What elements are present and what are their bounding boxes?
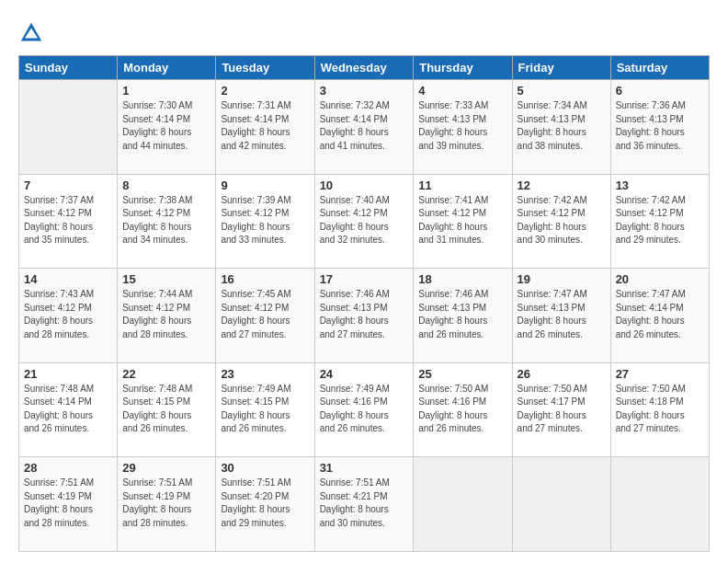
day-number: 26 xyxy=(518,367,606,381)
day-of-week-header: Wednesday xyxy=(314,56,414,80)
calendar-cell: 2Sunrise: 7:31 AM Sunset: 4:14 PM Daylig… xyxy=(216,80,314,175)
day-info: Sunrise: 7:46 AM Sunset: 4:13 PM Dayligh… xyxy=(418,288,506,341)
day-number: 13 xyxy=(616,178,704,192)
calendar-cell: 17Sunrise: 7:46 AM Sunset: 4:13 PM Dayli… xyxy=(314,269,414,363)
day-number: 5 xyxy=(518,84,606,98)
calendar-cell: 15Sunrise: 7:44 AM Sunset: 4:12 PM Dayli… xyxy=(118,269,216,363)
calendar-cell: 19Sunrise: 7:47 AM Sunset: 4:13 PM Dayli… xyxy=(512,269,610,363)
day-info: Sunrise: 7:43 AM Sunset: 4:12 PM Dayligh… xyxy=(24,288,112,341)
day-info: Sunrise: 7:31 AM Sunset: 4:14 PM Dayligh… xyxy=(221,99,309,153)
day-number: 12 xyxy=(518,178,606,192)
day-info: Sunrise: 7:51 AM Sunset: 4:20 PM Dayligh… xyxy=(221,477,309,530)
calendar-cell: 14Sunrise: 7:43 AM Sunset: 4:12 PM Dayli… xyxy=(19,269,118,363)
day-number: 1 xyxy=(122,84,210,98)
day-info: Sunrise: 7:38 AM Sunset: 4:12 PM Dayligh… xyxy=(122,194,210,247)
calendar-header-row: SundayMondayTuesdayWednesdayThursdayFrid… xyxy=(19,56,710,80)
generalblue-icon xyxy=(18,20,44,46)
day-of-week-header: Thursday xyxy=(414,56,512,80)
day-number: 7 xyxy=(24,178,112,192)
logo xyxy=(18,20,46,46)
day-number: 31 xyxy=(320,461,409,475)
day-info: Sunrise: 7:37 AM Sunset: 4:12 PM Dayligh… xyxy=(24,194,112,247)
day-number: 19 xyxy=(518,272,606,286)
calendar-cell: 20Sunrise: 7:47 AM Sunset: 4:14 PM Dayli… xyxy=(610,269,709,363)
page: SundayMondayTuesdayWednesdayThursdayFrid… xyxy=(0,0,728,563)
calendar-cell: 26Sunrise: 7:50 AM Sunset: 4:17 PM Dayli… xyxy=(512,362,610,457)
day-info: Sunrise: 7:48 AM Sunset: 4:14 PM Dayligh… xyxy=(24,383,112,436)
day-of-week-header: Monday xyxy=(118,56,216,80)
day-number: 23 xyxy=(221,367,309,381)
calendar-cell: 7Sunrise: 7:37 AM Sunset: 4:12 PM Daylig… xyxy=(19,174,118,269)
day-number: 6 xyxy=(616,84,704,98)
day-number: 18 xyxy=(418,272,506,286)
day-number: 8 xyxy=(122,178,210,192)
calendar-cell: 4Sunrise: 7:33 AM Sunset: 4:13 PM Daylig… xyxy=(414,80,512,175)
day-info: Sunrise: 7:32 AM Sunset: 4:14 PM Dayligh… xyxy=(320,99,409,153)
calendar-cell xyxy=(610,457,709,552)
calendar-cell: 30Sunrise: 7:51 AM Sunset: 4:20 PM Dayli… xyxy=(216,457,314,552)
day-number: 2 xyxy=(221,84,309,98)
day-info: Sunrise: 7:47 AM Sunset: 4:13 PM Dayligh… xyxy=(518,288,606,341)
day-info: Sunrise: 7:42 AM Sunset: 4:12 PM Dayligh… xyxy=(616,194,704,247)
day-info: Sunrise: 7:50 AM Sunset: 4:16 PM Dayligh… xyxy=(418,383,506,436)
calendar-week-row: 1Sunrise: 7:30 AM Sunset: 4:14 PM Daylig… xyxy=(19,80,710,175)
day-number: 3 xyxy=(320,84,409,98)
day-info: Sunrise: 7:46 AM Sunset: 4:13 PM Dayligh… xyxy=(320,288,409,341)
day-info: Sunrise: 7:49 AM Sunset: 4:16 PM Dayligh… xyxy=(320,383,409,436)
calendar-cell: 22Sunrise: 7:48 AM Sunset: 4:15 PM Dayli… xyxy=(118,362,216,457)
day-info: Sunrise: 7:51 AM Sunset: 4:19 PM Dayligh… xyxy=(122,477,210,530)
day-number: 29 xyxy=(122,461,210,475)
calendar-week-row: 28Sunrise: 7:51 AM Sunset: 4:19 PM Dayli… xyxy=(19,457,710,552)
calendar-cell: 12Sunrise: 7:42 AM Sunset: 4:12 PM Dayli… xyxy=(512,174,610,269)
day-info: Sunrise: 7:39 AM Sunset: 4:12 PM Dayligh… xyxy=(221,194,309,247)
calendar-cell: 23Sunrise: 7:49 AM Sunset: 4:15 PM Dayli… xyxy=(216,362,314,457)
day-number: 28 xyxy=(24,461,112,475)
day-info: Sunrise: 7:40 AM Sunset: 4:12 PM Dayligh… xyxy=(320,194,409,247)
calendar-cell: 6Sunrise: 7:36 AM Sunset: 4:13 PM Daylig… xyxy=(610,80,709,175)
calendar-cell: 10Sunrise: 7:40 AM Sunset: 4:12 PM Dayli… xyxy=(314,174,414,269)
day-number: 10 xyxy=(320,178,409,192)
calendar-cell xyxy=(512,457,610,552)
day-number: 11 xyxy=(418,178,506,192)
day-number: 16 xyxy=(221,272,309,286)
day-info: Sunrise: 7:48 AM Sunset: 4:15 PM Dayligh… xyxy=(122,383,210,436)
day-number: 24 xyxy=(320,367,409,381)
calendar-cell: 28Sunrise: 7:51 AM Sunset: 4:19 PM Dayli… xyxy=(19,457,118,552)
day-info: Sunrise: 7:33 AM Sunset: 4:13 PM Dayligh… xyxy=(418,99,506,153)
day-number: 22 xyxy=(122,367,210,381)
day-number: 17 xyxy=(320,272,409,286)
day-number: 14 xyxy=(24,272,112,286)
day-number: 20 xyxy=(616,272,704,286)
day-info: Sunrise: 7:42 AM Sunset: 4:12 PM Dayligh… xyxy=(518,194,606,247)
day-of-week-header: Saturday xyxy=(610,56,709,80)
calendar-cell xyxy=(19,80,118,175)
day-number: 25 xyxy=(418,367,506,381)
calendar-cell: 24Sunrise: 7:49 AM Sunset: 4:16 PM Dayli… xyxy=(314,362,414,457)
header xyxy=(18,17,710,46)
day-info: Sunrise: 7:49 AM Sunset: 4:15 PM Dayligh… xyxy=(221,383,309,436)
day-number: 9 xyxy=(221,178,309,192)
day-number: 21 xyxy=(24,367,112,381)
day-of-week-header: Sunday xyxy=(19,56,118,80)
calendar-cell: 9Sunrise: 7:39 AM Sunset: 4:12 PM Daylig… xyxy=(216,174,314,269)
calendar-cell: 21Sunrise: 7:48 AM Sunset: 4:14 PM Dayli… xyxy=(19,362,118,457)
day-number: 4 xyxy=(418,84,506,98)
calendar-cell: 16Sunrise: 7:45 AM Sunset: 4:12 PM Dayli… xyxy=(216,269,314,363)
day-info: Sunrise: 7:34 AM Sunset: 4:13 PM Dayligh… xyxy=(518,99,606,153)
day-info: Sunrise: 7:44 AM Sunset: 4:12 PM Dayligh… xyxy=(122,288,210,341)
calendar-week-row: 14Sunrise: 7:43 AM Sunset: 4:12 PM Dayli… xyxy=(19,269,710,363)
day-of-week-header: Friday xyxy=(512,56,610,80)
day-number: 15 xyxy=(122,272,210,286)
day-info: Sunrise: 7:45 AM Sunset: 4:12 PM Dayligh… xyxy=(221,288,309,341)
day-info: Sunrise: 7:50 AM Sunset: 4:17 PM Dayligh… xyxy=(518,383,606,436)
day-info: Sunrise: 7:36 AM Sunset: 4:13 PM Dayligh… xyxy=(616,99,704,153)
calendar-table: SundayMondayTuesdayWednesdayThursdayFrid… xyxy=(18,55,710,552)
calendar-cell: 25Sunrise: 7:50 AM Sunset: 4:16 PM Dayli… xyxy=(414,362,512,457)
day-info: Sunrise: 7:30 AM Sunset: 4:14 PM Dayligh… xyxy=(122,99,210,153)
day-number: 27 xyxy=(616,367,704,381)
calendar-cell: 1Sunrise: 7:30 AM Sunset: 4:14 PM Daylig… xyxy=(118,80,216,175)
calendar-cell: 8Sunrise: 7:38 AM Sunset: 4:12 PM Daylig… xyxy=(118,174,216,269)
day-of-week-header: Tuesday xyxy=(216,56,314,80)
calendar-cell: 27Sunrise: 7:50 AM Sunset: 4:18 PM Dayli… xyxy=(610,362,709,457)
day-info: Sunrise: 7:41 AM Sunset: 4:12 PM Dayligh… xyxy=(418,194,506,247)
